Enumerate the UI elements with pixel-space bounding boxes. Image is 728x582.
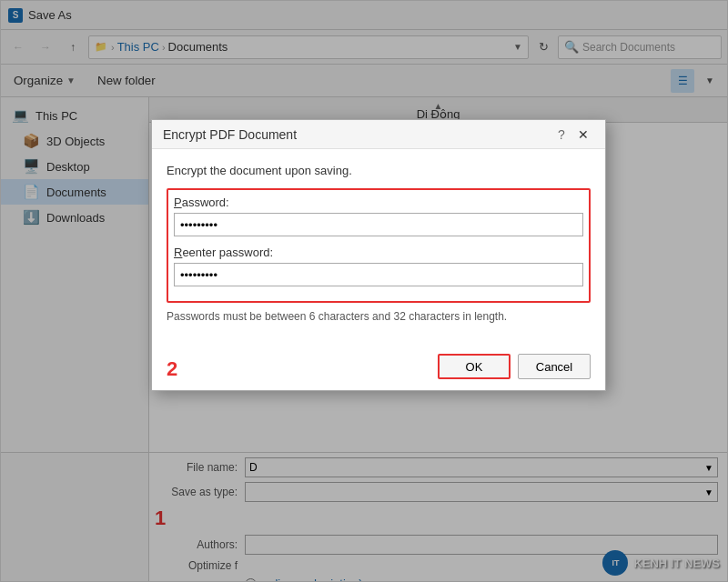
password-label: Password: — [174, 196, 583, 209]
dialog-title-bar: Encrypt PDF Document ? ✕ — [152, 120, 605, 149]
dialog-title: Encrypt PDF Document — [163, 127, 551, 142]
reenter-password-input[interactable] — [174, 263, 583, 286]
password-hint: Passwords must be between 6 characters a… — [167, 310, 591, 323]
password-highlight-box: Password: Reenter password: — [167, 188, 591, 303]
dialog-cancel-button[interactable]: Cancel — [518, 354, 591, 379]
dialog-description: Encrypt the document upon saving. — [167, 164, 591, 177]
step2-label: 2 — [167, 357, 177, 381]
reenter-label: Reenter password: — [174, 246, 583, 259]
dialog-ok-button[interactable]: OK — [438, 354, 511, 379]
dialog-footer: 2 OK Cancel — [152, 346, 605, 390]
password-input[interactable] — [174, 213, 583, 236]
dialog-cancel-label: Cancel — [536, 360, 572, 374]
step1-container: Password: Reenter password: — [174, 196, 583, 296]
dialog-body: Encrypt the document upon saving. Passwo… — [152, 149, 605, 346]
dialog-close-button[interactable]: ✕ — [572, 124, 594, 146]
encrypt-dialog: Encrypt PDF Document ? ✕ Encrypt the doc… — [151, 119, 606, 391]
dialog-help-button[interactable]: ? — [551, 124, 572, 146]
dialog-ok-label: OK — [466, 360, 483, 374]
window: S Save As ← → ↑ 📁 › This PC › Documents … — [0, 0, 728, 582]
